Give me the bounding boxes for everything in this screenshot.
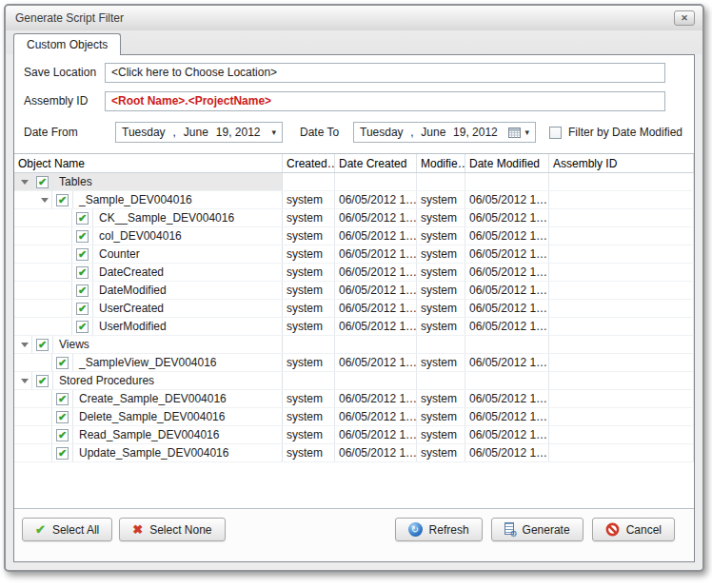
date-to-month[interactable]: June	[421, 126, 445, 139]
date-from-dayyear[interactable]: 19, 2012	[216, 126, 261, 139]
object-name-cell[interactable]: ✔ Read_Sample_DEV004016	[14, 426, 283, 443]
table-row[interactable]: ✔ _SampleView_DEV004016 system 06/05/201…	[14, 354, 694, 372]
table-row[interactable]: ✔ Counter system 06/05/2012 1… system 06…	[14, 245, 694, 264]
modified-by-cell: system	[417, 426, 465, 443]
date-from-day[interactable]: Tuesday	[122, 126, 166, 139]
table-row[interactable]: ✔ Delete_Sample_DEV004016 system 06/05/2…	[14, 408, 694, 426]
assembly-id-cell	[549, 372, 694, 389]
object-name-cell[interactable]: ✔ DateCreated	[14, 264, 283, 281]
tab-label: Custom Objects	[27, 38, 108, 51]
row-checkbox[interactable]: ✔	[76, 321, 89, 333]
column-header-modified-by[interactable]: Modifie…	[417, 154, 465, 172]
table-row[interactable]: ✔ Update_Sample_DEV004016 system 06/05/2…	[14, 444, 694, 462]
filter-by-date-modified-checkbox[interactable]	[549, 127, 562, 139]
column-header-created-by[interactable]: Created…	[283, 154, 335, 172]
date-created-cell: 06/05/2012 1…	[335, 209, 417, 226]
row-checkbox[interactable]: ✔	[56, 393, 69, 405]
footer-bar: ✔ Select All ✖ Select None ↻ Refresh ⚙	[14, 508, 694, 561]
row-checkbox[interactable]: ✔	[36, 375, 49, 387]
date-to-dropdown-icon[interactable]: ▾	[521, 127, 529, 137]
date-to-dayyear[interactable]: 19, 2012	[453, 126, 498, 139]
object-name-cell[interactable]: ✔ Create_Sample_DEV004016	[14, 390, 283, 407]
object-name-cell[interactable]: ✔ Views	[14, 336, 283, 353]
table-row[interactable]: ✔ CK__Sample_DEV004016 system 06/05/2012…	[14, 209, 694, 227]
column-header-date-modified[interactable]: Date Modified	[465, 154, 549, 172]
tab-custom-objects[interactable]: Custom Objects	[13, 33, 121, 55]
object-name-cell[interactable]: ✔ UserModified	[14, 318, 283, 335]
tab-strip: Custom Objects	[6, 30, 702, 54]
created-by-cell: system	[283, 390, 335, 407]
select-all-button[interactable]: ✔ Select All	[22, 518, 112, 541]
assembly-id-cell	[549, 336, 694, 353]
table-row[interactable]: ✔ _Sample_DEV004016 system 06/05/2012 1……	[14, 191, 694, 209]
row-checkbox[interactable]: ✔	[76, 266, 89, 279]
row-checkbox[interactable]: ✔	[36, 339, 49, 351]
row-checkbox[interactable]: ✔	[76, 303, 89, 315]
row-checkbox[interactable]: ✔	[76, 284, 89, 297]
object-name-cell[interactable]: ✔ CK__Sample_DEV004016	[14, 209, 283, 226]
date-modified-cell: 06/05/2012 1…	[465, 282, 549, 299]
date-to-picker[interactable]: Tuesday , June 19, 2012 ▾	[353, 122, 536, 143]
title-bar[interactable]: Generate Script Filter ✕	[6, 6, 702, 30]
row-checkbox[interactable]: ✔	[76, 248, 89, 261]
row-checkbox[interactable]: ✔	[76, 230, 89, 243]
object-name-cell[interactable]: ✔ UserCreated	[14, 300, 283, 317]
calendar-icon[interactable]	[508, 127, 521, 138]
row-checkbox[interactable]: ✔	[56, 194, 69, 206]
table-row[interactable]: ✔ col_DEV004016 system 06/05/2012 1… sys…	[14, 227, 694, 245]
table-row[interactable]: ✔ UserCreated system 06/05/2012 1… syste…	[14, 300, 694, 318]
object-name-cell[interactable]: ✔ Counter	[14, 245, 283, 263]
object-name-cell[interactable]: ✔ Tables	[14, 173, 283, 190]
expander-icon[interactable]	[21, 180, 29, 185]
object-name-cell[interactable]: ✔ Delete_Sample_DEV004016	[14, 408, 283, 425]
footer-right-buttons: ↻ Refresh ⚙ Generate Cancel	[395, 518, 675, 541]
object-name-cell[interactable]: ✔ Stored Procedures	[14, 372, 283, 389]
date-modified-cell: 06/05/2012 1…	[465, 264, 549, 281]
date-modified-cell: 06/05/2012 1…	[465, 191, 549, 208]
date-from-dropdown-icon[interactable]: ▾	[267, 127, 276, 137]
select-none-label: Select None	[149, 523, 211, 537]
save-location-field[interactable]: <Click here to Choose Location>	[105, 63, 665, 83]
check-icon: ✔	[58, 195, 67, 206]
select-none-button[interactable]: ✖ Select None	[119, 518, 225, 541]
expander-icon[interactable]	[21, 343, 29, 347]
generate-button[interactable]: ⚙ Generate	[491, 518, 583, 541]
column-header-object-name[interactable]: Object Name	[14, 154, 283, 172]
row-checkbox[interactable]: ✔	[56, 447, 69, 460]
expander-icon[interactable]	[41, 198, 49, 203]
row-checkbox[interactable]: ✔	[56, 357, 69, 369]
date-to-day[interactable]: Tuesday	[360, 126, 404, 139]
table-row[interactable]: ✔ DateModified system 06/05/2012 1… syst…	[14, 282, 694, 300]
object-name-cell[interactable]: ✔ _SampleView_DEV004016	[14, 354, 283, 371]
object-name-cell[interactable]: ✔ col_DEV004016	[14, 227, 283, 245]
date-from-month[interactable]: June	[184, 126, 208, 139]
table-row[interactable]: ✔ UserModified system 06/05/2012 1… syst…	[14, 318, 694, 336]
object-name-cell[interactable]: ✔ DateModified	[14, 282, 283, 299]
row-checkbox[interactable]: ✔	[36, 176, 49, 188]
cancel-label: Cancel	[626, 523, 662, 537]
table-row[interactable]: ✔ Stored Procedures	[14, 372, 694, 390]
cancel-prohibition-icon	[605, 522, 620, 537]
row-checkbox[interactable]: ✔	[76, 212, 89, 225]
column-header-date-created[interactable]: Date Created	[335, 154, 417, 172]
table-row[interactable]: ✔ Read_Sample_DEV004016 system 06/05/201…	[14, 426, 694, 444]
object-name-cell[interactable]: ✔ _Sample_DEV004016	[14, 191, 283, 208]
object-name-label: Counter	[99, 247, 140, 261]
row-checkbox[interactable]: ✔	[56, 411, 69, 423]
table-row[interactable]: ✔ DateCreated system 06/05/2012 1… syste…	[14, 264, 694, 282]
refresh-button[interactable]: ↻ Refresh	[395, 518, 483, 541]
table-row[interactable]: ✔ Tables	[14, 173, 694, 191]
table-row[interactable]: ✔ Views	[14, 336, 694, 354]
column-header-assembly-id[interactable]: Assembly ID	[549, 154, 694, 172]
assembly-id-cell	[549, 245, 694, 263]
object-name-cell[interactable]: ✔ Update_Sample_DEV004016	[14, 444, 283, 461]
table-row[interactable]: ✔ Create_Sample_DEV004016 system 06/05/2…	[14, 390, 694, 408]
assembly-id-field[interactable]: <Root Name>.<ProjectName>	[105, 91, 665, 111]
close-button[interactable]: ✕	[674, 10, 695, 26]
cancel-button[interactable]: Cancel	[592, 518, 675, 541]
expander-icon[interactable]	[21, 379, 29, 383]
modified-by-cell: system	[417, 245, 465, 263]
generate-label: Generate	[523, 523, 570, 537]
row-checkbox[interactable]: ✔	[56, 429, 69, 441]
date-from-picker[interactable]: Tuesday , June 19, 2012 ▾	[115, 122, 283, 143]
